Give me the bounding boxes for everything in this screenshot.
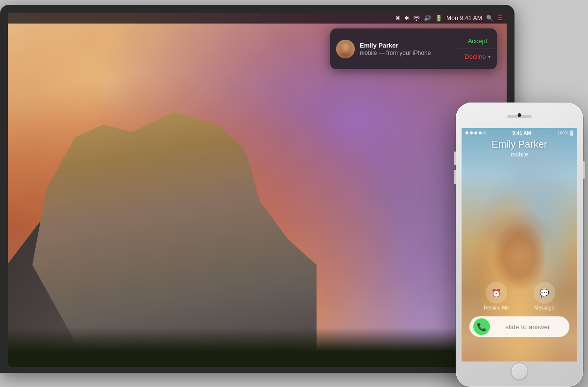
wifi-icon[interactable] (413, 15, 420, 22)
battery-icon-iphone: ▓ (570, 130, 573, 135)
decline-chevron-icon: ▾ (488, 54, 490, 59)
macbook-screen: ✖ ✱ 🔊 🔋 Mon 9:41 AM 🔍 ☰ (8, 13, 507, 367)
remind-me-button[interactable]: ⏰ Remind Me (484, 282, 509, 310)
macbook-device: ✖ ✱ 🔊 🔋 Mon 9:41 AM 🔍 ☰ (0, 0, 514, 387)
iphone-call-info: Emily Parker mobile (462, 139, 577, 158)
signal-dot-2 (470, 131, 473, 134)
signal-dot-3 (474, 131, 477, 134)
slide-phone-icon: 📞 (473, 318, 490, 335)
battery-icon[interactable]: 🔋 (435, 15, 442, 22)
message-label: Message (534, 305, 554, 310)
iphone-device: 9:41 AM 100% ▓ Emily Parker mobile ⏰ Rem… (456, 103, 583, 387)
signal-dot-1 (466, 131, 468, 134)
volume-icon[interactable]: 🔊 (424, 15, 431, 22)
search-icon[interactable]: 🔍 (486, 15, 493, 22)
decline-row: Decline ▾ (458, 49, 497, 64)
battery-area: 100% ▓ (557, 130, 573, 135)
power-button[interactable] (583, 161, 585, 179)
iphone-status-bar: 9:41 AM 100% ▓ (462, 128, 577, 138)
notification-banner: Emily Parker mobile — from your iPhone A… (330, 28, 497, 69)
macbook-camera (256, 8, 259, 11)
remind-label: Remind Me (484, 305, 509, 310)
iphone-caller-label: mobile (462, 151, 577, 158)
slide-to-answer-text: slide to answer (490, 323, 565, 331)
menu-bar: ✖ ✱ 🔊 🔋 Mon 9:41 AM 🔍 ☰ (8, 13, 507, 24)
tree-line (8, 328, 507, 367)
menu-time: Mon 9:41 AM (446, 15, 482, 22)
accept-button[interactable]: Accept (458, 33, 497, 49)
signal-dot-5 (483, 131, 486, 134)
iphone-frame: 9:41 AM 100% ▓ Emily Parker mobile ⏰ Rem… (456, 103, 583, 387)
iphone-bottom-actions: ⏰ Remind Me 💬 Message 📞 slide to answer (462, 282, 577, 337)
notification-center-icon[interactable]: ☰ (497, 15, 503, 22)
time-machine-icon[interactable]: ✖ (395, 15, 400, 22)
caller-name-notif: Emily Parker (360, 42, 458, 49)
notification-content: Emily Parker mobile — from your iPhone A… (330, 28, 497, 69)
macbook-frame: ✖ ✱ 🔊 🔋 Mon 9:41 AM 🔍 ☰ (0, 5, 514, 373)
menu-bar-right: ✖ ✱ 🔊 🔋 Mon 9:41 AM 🔍 ☰ (395, 15, 503, 22)
iphone-speaker (507, 115, 532, 118)
home-button[interactable] (511, 362, 528, 380)
signal-dot-4 (479, 131, 482, 134)
iphone-screen: 9:41 AM 100% ▓ Emily Parker mobile ⏰ Rem… (462, 128, 577, 361)
notification-actions: Accept Decline ▾ (458, 33, 497, 64)
message-icon: 💬 (534, 282, 555, 304)
iphone-time: 9:41 AM (513, 130, 531, 136)
remind-icon: ⏰ (486, 282, 507, 304)
decline-button[interactable]: Decline (465, 53, 486, 60)
avatar-face (336, 40, 355, 58)
iphone-caller-name: Emily Parker (462, 139, 577, 150)
caller-avatar (336, 40, 355, 58)
message-button[interactable]: 💬 Message (534, 282, 555, 310)
notification-subtitle: mobile — from your iPhone (360, 50, 458, 56)
volume-up-button[interactable] (454, 152, 456, 165)
bluetooth-icon[interactable]: ✱ (404, 15, 409, 22)
volume-down-button[interactable] (454, 170, 456, 184)
slide-to-answer-bar[interactable]: 📞 slide to answer (469, 316, 569, 337)
battery-percent: 100% (557, 130, 568, 135)
iphone-action-row: ⏰ Remind Me 💬 Message (462, 282, 577, 310)
carrier-dots (466, 131, 486, 134)
notification-text: Emily Parker mobile — from your iPhone (360, 42, 458, 56)
